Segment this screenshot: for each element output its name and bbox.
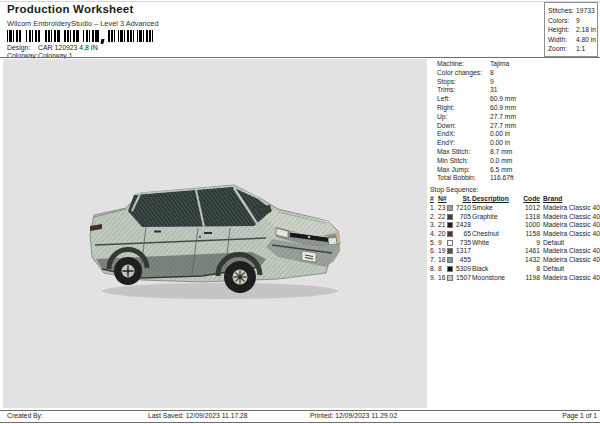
cell-stitches: 65 xyxy=(454,230,471,237)
cell-brand: Default xyxy=(543,239,600,246)
footer-created-by: Created By: xyxy=(7,412,43,419)
summary-row: Height:2.18 in xyxy=(548,25,597,35)
stop-sequence-rows: 1.237210Smoke1012Madeira Classic 402.227… xyxy=(430,204,600,282)
machine-info-row: Max Jump:6.5 mm xyxy=(437,166,599,175)
machine-info-value: 8.7 mm xyxy=(490,148,512,155)
barcode-bars-right xyxy=(108,30,154,42)
machine-info-row: Right:60.9 mm xyxy=(437,104,599,113)
stop-sequence-title: Stop Sequence: xyxy=(430,186,478,193)
machine-info-value: 116.67ft xyxy=(490,174,514,181)
machine-info-value: 9 xyxy=(490,78,494,85)
machine-info-value: Tajima xyxy=(490,60,509,67)
summary-label: Height: xyxy=(548,25,576,35)
cell-stitches: 7210 xyxy=(454,204,471,211)
cell-description: Moonstone xyxy=(472,274,514,281)
machine-info-row: Trims:31 xyxy=(437,86,599,95)
summary-value: 9 xyxy=(576,17,580,24)
cell-brand: Madeira Classic 40 xyxy=(543,247,600,254)
thread-color-swatch xyxy=(447,248,453,254)
summary-label: Colors: xyxy=(548,16,576,26)
col-header-seq: # xyxy=(430,195,438,202)
cell-seq: 1. xyxy=(430,204,438,211)
machine-info-value: 0.00 in xyxy=(490,130,510,137)
machine-info-row: Max Stitch:8.7 mm xyxy=(437,148,599,157)
col-header-stitches: St. xyxy=(454,195,471,202)
cell-code: 1000 xyxy=(512,221,540,228)
stop-sequence-row: 3.2124281000Madeira Classic 40 xyxy=(430,221,600,230)
machine-info-label: Max Jump: xyxy=(437,166,490,175)
machine-info-row: Left:60.9 mm xyxy=(437,95,599,104)
col-header-description: Description xyxy=(472,195,514,202)
cell-seq: 3. xyxy=(430,221,438,228)
machine-info-value: 8 xyxy=(490,69,494,76)
stop-sequence-row: 2.22705Graphite1318Madeira Classic 40 xyxy=(430,213,600,222)
car-embroidery-svg xyxy=(82,181,342,313)
design-preview-area xyxy=(3,59,427,408)
stop-sequence-row: 5.9735White9Default xyxy=(430,239,600,248)
cell-seq: 5. xyxy=(430,239,438,246)
summary-label: Stitches: xyxy=(548,6,576,16)
cell-brand: Madeira Classic 40 xyxy=(543,204,600,211)
summary-row: Colors:9 xyxy=(548,16,597,26)
thread-color-swatch xyxy=(447,240,453,246)
cell-code: 9 xyxy=(512,239,540,246)
cell-stitches: 455 xyxy=(454,256,471,263)
summary-rows: Stitches:19733Colors:9Height:2.18 inWidt… xyxy=(548,6,597,54)
thread-color-swatch xyxy=(447,205,453,211)
machine-info-value: 60.9 mm xyxy=(490,95,516,102)
design-label: Design: xyxy=(7,44,38,51)
cell-brand: Madeira Classic 40 xyxy=(543,256,600,263)
machine-info-label: Machine: xyxy=(437,60,490,69)
cell-brand: Madeira Classic 40 xyxy=(543,230,600,237)
machine-info-rows: Machine:TajimaColor changes:8Stops:9Trim… xyxy=(437,60,599,183)
summary-row: Width:4.80 in xyxy=(548,35,597,45)
machine-info-value: 60.9 mm xyxy=(490,104,516,111)
cell-code: 1012 xyxy=(512,204,540,211)
summary-value: 2.18 in xyxy=(576,26,596,33)
stop-sequence-row: 7.184551432Madeira Classic 40 xyxy=(430,256,600,265)
machine-info-label: Stops: xyxy=(437,78,490,87)
machine-info-label: Left: xyxy=(437,95,490,104)
cell-seq: 8. xyxy=(430,265,438,272)
cell-description: Chestnut xyxy=(472,230,514,237)
machine-info-label: Total Bobbin: xyxy=(437,174,490,183)
machine-info-row: EndX:0.00 in xyxy=(437,130,599,139)
machine-info-label: Trims: xyxy=(437,86,490,95)
machine-info-row: Stops:9 xyxy=(437,78,599,87)
cell-brand: Madeira Classic 40 xyxy=(543,221,600,228)
cell-code: 1461 xyxy=(512,247,540,254)
machine-info-label: Color changes: xyxy=(437,69,490,78)
cell-description: White xyxy=(472,239,514,246)
stop-sequence-row: 1.237210Smoke1012Madeira Classic 40 xyxy=(430,204,600,213)
thread-color-swatch xyxy=(447,257,453,263)
summary-row: Stitches:19733 xyxy=(548,6,597,16)
design-value: CAR 120923 4,8 IN xyxy=(38,44,98,51)
stop-sequence-header: # N# St. Description Code Brand xyxy=(430,195,600,204)
summary-box: Stitches:19733Colors:9Height:2.18 inWidt… xyxy=(544,2,598,57)
cell-seq: 4. xyxy=(430,230,438,237)
cell-brand: Madeira Classic 40 xyxy=(543,274,600,281)
page-top-rule xyxy=(0,1,600,2)
cell-stitches: 1317 xyxy=(454,247,471,254)
barcode-comma-mark xyxy=(100,39,103,44)
thread-color-swatch xyxy=(447,275,453,281)
machine-info-row: Down:27.7 mm xyxy=(437,122,599,131)
machine-info-label: Min Stitch: xyxy=(437,157,490,166)
machine-info-row: Up:27.7 mm xyxy=(437,113,599,122)
cell-seq: 9. xyxy=(430,274,438,281)
machine-info-row: Machine:Tajima xyxy=(437,60,599,69)
cell-code: 1318 xyxy=(512,213,540,220)
cell-stitches: 1507 xyxy=(454,274,471,281)
machine-info-row: Min Stitch:0.0 mm xyxy=(437,157,599,166)
machine-info-label: Up: xyxy=(437,113,490,122)
stop-sequence-row: 9.161507Moonstone1198Madeira Classic 40 xyxy=(430,274,600,283)
stop-sequence-row: 4.2065Chestnut1158Madeira Classic 40 xyxy=(430,230,600,239)
machine-info-value: 27.7 mm xyxy=(490,122,516,129)
cell-stitches: 705 xyxy=(454,213,471,220)
machine-info-value: 0.00 in xyxy=(490,139,510,146)
barcode-bars-left xyxy=(7,30,99,42)
cell-stitches: 735 xyxy=(454,239,471,246)
summary-value: 1:1 xyxy=(576,45,585,52)
machine-info-row: EndY:0.00 in xyxy=(437,139,599,148)
cell-code: 1198 xyxy=(512,274,540,281)
